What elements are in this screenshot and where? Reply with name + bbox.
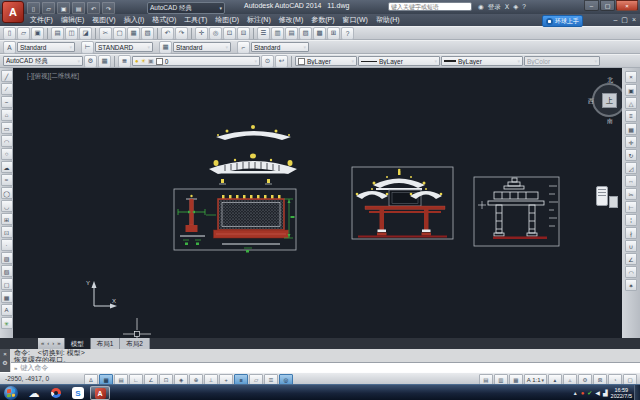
maximize-button[interactable]: ▢ — [600, 0, 615, 11]
zoom-window-icon[interactable]: ⊡ — [223, 27, 236, 40]
tray-volume-icon[interactable]: ◀ — [595, 389, 600, 397]
arc-icon[interactable]: ◠ — [1, 135, 13, 147]
join-icon[interactable]: ∪ — [625, 240, 637, 252]
menu-format[interactable]: 格式(O) — [148, 14, 180, 26]
mleader-style-dropdown[interactable]: Standard▾ — [251, 42, 309, 52]
mirror-icon[interactable]: △ — [625, 97, 637, 109]
mtext-icon[interactable]: A — [1, 304, 13, 316]
linetype-dropdown[interactable]: ByLayer ▾ — [358, 56, 440, 66]
undo-icon[interactable]: ↶ — [87, 2, 100, 14]
first-tab-arrow[interactable]: « — [41, 338, 44, 349]
command-input[interactable]: » 键入命令 — [11, 362, 640, 372]
table-style-dropdown[interactable]: Standard▾ — [173, 42, 231, 52]
taskbar-cloud-app-icon[interactable]: ☁ — [24, 386, 44, 400]
plot-icon[interactable]: ▤ — [72, 2, 85, 14]
menu-tools[interactable]: 工具(T) — [180, 14, 211, 26]
viewcube-south-label[interactable]: 南 — [607, 117, 613, 126]
last-tab-arrow[interactable]: » — [57, 338, 60, 349]
redo-icon[interactable]: ↷ — [102, 2, 115, 14]
break-icon[interactable]: ∤ — [625, 227, 637, 239]
line-icon[interactable]: ╱ — [1, 70, 13, 82]
tool-palettes-icon[interactable]: ▤ — [285, 27, 298, 40]
fillet-icon[interactable]: ◠ — [625, 266, 637, 278]
text-style-icon[interactable]: A — [3, 41, 16, 54]
table-icon[interactable]: ▦ — [1, 291, 13, 303]
color-dropdown[interactable]: ByLayer ▾ — [295, 56, 357, 66]
explode-icon[interactable]: ✶ — [625, 279, 637, 291]
tray-expand-icon[interactable]: ▲ — [573, 389, 578, 397]
sheet-set-manager-icon[interactable]: ▨ — [299, 27, 312, 40]
layer-dropdown[interactable]: ● ☀ ▣ 0 ▾ — [132, 56, 260, 66]
lineweight-dropdown[interactable]: ByLayer ▾ — [441, 56, 523, 66]
tool-palette-icon[interactable] — [596, 186, 608, 206]
point-icon[interactable]: ∙ — [1, 239, 13, 251]
save-workspace-icon[interactable]: ▦ — [98, 55, 111, 68]
layer-on-bulb-icon[interactable]: ● — [135, 58, 139, 64]
drawing-canvas[interactable]: [-][俯视][二维线框] — [13, 68, 622, 338]
rectangle-icon[interactable]: ▭ — [1, 122, 13, 134]
chamfer-icon[interactable]: ∠ — [625, 253, 637, 265]
command-tools-icon[interactable]: ⚙ — [2, 360, 7, 366]
tab-model[interactable]: 模型 — [64, 338, 91, 349]
rotate-icon[interactable]: ↻ — [625, 149, 637, 161]
viewcube-west-label[interactable]: 西 — [588, 97, 594, 106]
plugin-badge[interactable]: 环球上手 — [542, 15, 583, 27]
open-icon[interactable]: ▱ — [17, 27, 30, 40]
menu-modify[interactable]: 修改(M) — [275, 14, 308, 26]
scale-icon[interactable]: ◿ — [625, 162, 637, 174]
menu-draw[interactable]: 绘图(D) — [211, 14, 243, 26]
designcenter-icon[interactable]: ▥ — [271, 27, 284, 40]
construction-line-icon[interactable]: ∕ — [1, 83, 13, 95]
match-properties-icon[interactable]: ▧ — [141, 27, 154, 40]
sign-in-label[interactable]: 登录 — [488, 2, 501, 11]
copy-object-icon[interactable]: ▣ — [625, 84, 637, 96]
layer-previous-icon[interactable]: ↩ — [275, 55, 288, 68]
publish-icon[interactable]: ◪ — [79, 27, 92, 40]
workspace-dropdown[interactable]: AutoCAD 经典 ▾ — [147, 2, 225, 14]
mleader-style-icon[interactable]: ⌐ — [237, 41, 250, 54]
viewcube-north-label[interactable]: 北 — [607, 76, 613, 85]
hatch-icon[interactable]: ▨ — [1, 252, 13, 264]
taskbar-clock[interactable]: 16:59 2022/7/5 — [611, 387, 632, 399]
workspace-settings-icon[interactable]: ⚙ — [84, 55, 97, 68]
next-tab-arrow[interactable]: › — [52, 338, 54, 349]
close-button[interactable]: × — [616, 0, 638, 11]
markup-set-manager-icon[interactable]: ▩ — [313, 27, 326, 40]
paste-icon[interactable]: ▦ — [127, 27, 140, 40]
command-window[interactable]: × ⚙ 命令: <切换到: 模型> 恢复缓存的视口。 » 键入命令 — [0, 349, 640, 372]
circle-icon[interactable]: ○ — [1, 148, 13, 160]
array-icon[interactable]: ▦ — [625, 123, 637, 135]
menu-parametric[interactable]: 参数(P) — [307, 14, 338, 26]
menu-insert[interactable]: 插入(I) — [120, 14, 149, 26]
doc-restore-button[interactable]: ▢ — [621, 15, 628, 25]
search-icon[interactable]: ◉ — [478, 2, 484, 11]
spline-icon[interactable]: ≈ — [1, 174, 13, 186]
menu-edit[interactable]: 编辑(E) — [57, 14, 88, 26]
workspace-selector-dropdown[interactable]: AutoCAD 经典▾ — [3, 56, 83, 66]
polygon-icon[interactable]: ⌂ — [1, 109, 13, 121]
application-menu-button[interactable]: A — [2, 1, 24, 23]
move-icon[interactable]: ✛ — [625, 136, 637, 148]
save-icon[interactable]: ▣ — [31, 27, 44, 40]
table-style-icon[interactable]: ▦ — [159, 41, 172, 54]
layer-lock-icon[interactable]: ▣ — [148, 58, 154, 64]
command-close-icon[interactable]: × — [3, 351, 7, 357]
menu-dimension[interactable]: 标注(N) — [243, 14, 275, 26]
show-desktop-button[interactable] — [634, 385, 640, 400]
cut-icon[interactable]: ✂ — [99, 27, 112, 40]
start-button[interactable] — [4, 386, 18, 400]
revision-cloud-icon[interactable]: ☁ — [1, 161, 13, 173]
extend-icon[interactable]: ⊢ — [625, 201, 637, 213]
redo-icon[interactable]: ↷ — [175, 27, 188, 40]
taskbar-ring-app-icon[interactable] — [46, 386, 66, 400]
viewcube-top-face[interactable]: 上 — [602, 93, 617, 108]
properties-icon[interactable]: ☰ — [257, 27, 270, 40]
menu-file[interactable]: 文件(F) — [26, 14, 57, 26]
help-icon[interactable]: ? — [522, 2, 526, 11]
menu-window[interactable]: 窗口(W) — [339, 14, 372, 26]
menu-help[interactable]: 帮助(H) — [372, 14, 404, 26]
copy-icon[interactable]: ▢ — [113, 27, 126, 40]
break-at-point-icon[interactable]: ¦ — [625, 214, 637, 226]
new-icon[interactable]: ▯ — [27, 2, 40, 14]
text-style-dropdown[interactable]: Standard▾ — [17, 42, 75, 52]
